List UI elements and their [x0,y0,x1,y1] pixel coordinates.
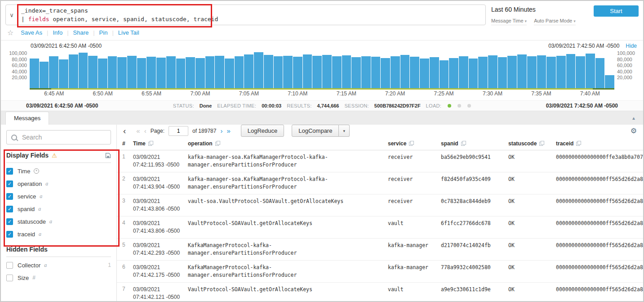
histogram-bar[interactable] [117,57,127,88]
histogram-bar[interactable] [235,56,244,88]
checkbox-service[interactable]: ✓ [6,193,13,200]
favorite-star-icon[interactable]: ☆ [7,28,13,37]
histogram-bar[interactable] [127,56,137,88]
copy-icon[interactable] [539,141,544,146]
histogram-bar[interactable] [371,57,381,88]
next-page-button[interactable]: › [220,127,222,134]
histogram-bar[interactable] [586,54,595,88]
collapse-panel-icon[interactable]: ▲ [631,116,636,121]
field-search[interactable] [6,130,111,144]
parse-mode-dropdown[interactable]: Auto Parse Mode ▾ [534,18,576,25]
histogram-bar[interactable] [430,57,439,88]
save-fields-icon[interactable] [105,153,111,158]
histogram-bar[interactable] [254,52,263,88]
histogram-bar[interactable] [30,59,39,88]
logcompare-button[interactable]: LogCompare [292,125,339,137]
query-text[interactable]: _index=_trace_spans | fields operation, … [18,5,222,25]
histogram-bar[interactable] [517,54,527,88]
link-live-tail[interactable]: Live Tail [118,29,139,36]
histogram-bar[interactable] [59,59,68,88]
link-pin[interactable]: Pin [99,29,108,36]
histogram-bar[interactable] [195,58,205,88]
query-box[interactable]: ∨ _index=_trace_spans | fields operation… [5,5,486,25]
copy-icon[interactable] [576,141,581,146]
checkbox-operation[interactable]: ✓ [6,180,13,187]
histogram-bar[interactable] [351,57,361,88]
copy-icon[interactable] [461,141,466,146]
histogram-bar[interactable] [332,56,342,88]
histogram-bar[interactable] [342,55,351,88]
histogram-bar[interactable] [420,59,429,88]
histogram-bar[interactable] [576,56,585,88]
table-row[interactable]: 103/09/202107:42:11.953 -0500kafka-manag… [117,150,643,172]
checkbox-statuscode[interactable]: ✓ [6,218,13,225]
histogram-bar[interactable] [381,58,390,88]
histogram-bar[interactable] [595,58,605,88]
histogram-bar[interactable] [449,58,458,88]
column-header-spanid[interactable]: spanid [441,140,508,147]
histogram-bar[interactable] [556,56,566,88]
column-header-operation[interactable]: operation [188,140,388,147]
histogram-bar[interactable] [566,54,576,88]
histogram-bar[interactable] [274,56,283,88]
histogram-bar[interactable] [186,57,195,88]
histogram-bar[interactable] [244,54,253,88]
histogram-bar[interactable] [361,56,371,88]
link-save-as[interactable]: Save As [21,29,42,36]
last-page-button[interactable]: » [227,127,230,134]
histogram-bar[interactable] [156,58,166,88]
histogram-bar[interactable] [293,57,302,88]
copy-icon[interactable] [215,141,220,146]
checkbox-size[interactable] [6,275,13,281]
histogram-bar[interactable] [459,56,468,88]
column-header-traceid[interactable]: traceid [556,140,643,147]
histogram-bar[interactable] [176,59,186,88]
table-row[interactable]: 703/09/202107:41:42.121 -0500VaultProtoc… [117,283,643,301]
table-row[interactable]: 503/09/202107:41:42.293 -0500KafkaManage… [117,239,643,261]
histogram-bar[interactable] [166,56,176,88]
histogram-bar[interactable] [498,57,507,88]
page-input[interactable] [169,126,188,136]
column-header-statuscode[interactable]: statuscode [508,140,556,147]
copy-icon[interactable] [409,141,413,146]
histogram-bar[interactable] [40,62,49,88]
histogram-bar[interactable] [488,55,497,88]
copy-icon[interactable] [148,141,153,146]
table-row[interactable]: 303/09/202107:41:43.806 -0500vault-soa.V… [117,194,643,216]
histogram-bar[interactable] [312,56,322,88]
histogram-bar[interactable] [108,56,117,88]
histogram-bar[interactable] [400,55,410,88]
time-range-selector[interactable]: Last 60 Minutes [491,6,588,13]
start-button[interactable]: Start [594,5,639,17]
prev-page-button[interactable]: ‹ [144,127,147,134]
checkbox-spanid[interactable]: ✓ [6,206,13,212]
checkbox-traceid[interactable]: ✓ [6,231,13,238]
histogram-bar[interactable] [215,56,224,88]
settings-gear-icon[interactable]: ⚙ [631,126,637,135]
histogram-bar[interactable] [391,56,400,88]
histogram-bar[interactable] [478,57,488,88]
link-share[interactable]: Share [73,29,89,36]
histogram-bar[interactable] [225,59,234,88]
histogram-bar[interactable] [303,54,312,88]
hide-histogram-link[interactable]: Hide [626,43,637,49]
column-header-service[interactable]: service [388,140,441,147]
histogram-bar[interactable] [283,56,293,88]
histogram-bar[interactable] [137,58,147,88]
message-time-dropdown[interactable]: Message Time ▾ [491,18,527,25]
histogram-bar[interactable] [440,60,449,88]
table-row[interactable]: 203/09/202107:41:43.904 -0500kafka-manag… [117,172,643,194]
logcompare-dropdown-button[interactable]: ▾ [339,125,350,137]
link-info[interactable]: Info [53,29,62,36]
tab-messages[interactable]: Messages [5,112,49,125]
histogram-bar[interactable] [410,57,419,88]
histogram-bar[interactable] [79,53,88,88]
histogram-bar[interactable] [264,55,273,88]
back-chevron-icon[interactable]: ‹ [123,126,126,135]
histogram-bar[interactable] [537,55,546,88]
table-row[interactable]: 603/09/202107:41:42.175 -0500KafkaManage… [117,261,643,283]
logreduce-button[interactable]: LogReduce [241,125,284,137]
histogram-bar[interactable] [322,55,332,88]
field-search-input[interactable] [21,133,106,141]
column-header-time[interactable]: Time [133,140,188,147]
